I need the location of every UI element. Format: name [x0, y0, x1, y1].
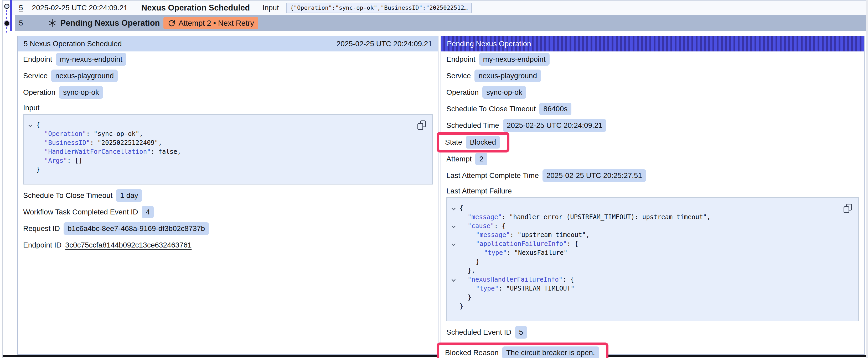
field-row-endpoint-id: Endpoint ID3c0c75ccfa8144b092c13ce632463… [23, 239, 433, 252]
pending-operation-panel: Pending Nexus Operation Endpointmy-nexus… [440, 36, 865, 355]
collapse-chevron-icon[interactable] [452, 278, 456, 282]
field-value: 2025-02-25 UTC 20:25:27.51 [542, 169, 646, 182]
field-value: 5 [515, 326, 527, 338]
timeline-connector [6, 10, 7, 21]
field-value: nexus-playground [51, 70, 118, 82]
field-value: 2025-02-25 UTC 20:24:09.21 [503, 119, 606, 132]
code-line: }, [450, 266, 852, 275]
code-line: "Args": [] [26, 156, 426, 165]
field-label: Request ID [23, 224, 60, 233]
field-row-service: Servicenexus-playground [23, 70, 433, 82]
code-line: "Operation": "sync-op-ok", [26, 129, 426, 138]
code-line: } [450, 293, 852, 302]
field-label: Schedule To Close Timeout [23, 191, 113, 200]
field-label: Endpoint [446, 55, 475, 64]
code-line: "message": "handler error (UPSTREAM_TIME… [450, 213, 852, 222]
field-value: Blocked [466, 136, 500, 149]
pending-operation-header: Pending Nexus Operation [441, 36, 864, 52]
code-line: { [450, 204, 852, 213]
field-label: Scheduled Event ID [446, 328, 512, 336]
code-line: "BusinessID": "20250225122409", [26, 138, 426, 147]
field-value: 4 [142, 206, 154, 218]
field-row-service: Servicenexus-playground [446, 70, 859, 82]
event-row-pending[interactable]: 5 Pending Nexus Operation Attempt 2 • Ne… [15, 15, 866, 31]
panel-title: 5 Nexus Operation Scheduled [24, 40, 122, 48]
timeline-connector [6, 27, 7, 34]
top-border [3, 0, 866, 1]
field-row-scheduled-event-id: Scheduled Event ID5 [446, 326, 859, 338]
field-row-schedule-to-close-timeout: Schedule To Close Timeout1 day [23, 189, 433, 202]
field-label: Attempt [446, 155, 471, 163]
field-value: b1c6a4bc-8ee7-468a-9169-df3b02c8737b [64, 222, 209, 235]
field-value: sync-op-ok [59, 86, 103, 99]
pending-asterisk-icon [48, 19, 56, 27]
code-line: "type": "UPSTREAM_TIMEOUT" [450, 284, 852, 293]
retry-icon [167, 19, 176, 27]
code-line: } [450, 302, 852, 311]
field-label-input: Input [23, 103, 433, 113]
event-detail-header: 5 Nexus Operation Scheduled 2025-02-25 U… [18, 36, 438, 52]
json-viewer-input: {"Operation": "sync-op-ok","BusinessID":… [23, 114, 433, 185]
panel-timestamp: 2025-02-25 UTC 20:24:09.21 [337, 40, 432, 48]
field-row-endpoint: Endpointmy-nexus-endpoint [23, 53, 433, 66]
field-row-operation: Operationsync-op-ok [446, 86, 859, 99]
highlighted-field-row-state: StateBlocked [437, 132, 509, 153]
code-line: } [450, 257, 852, 266]
field-value: my-nexus-endpoint [56, 53, 126, 66]
field-value[interactable]: 3c0c75ccfa8144b092c13ce632463761 [65, 241, 191, 249]
field-row-scheduled-time: Scheduled Time2025-02-25 UTC 20:24:09.21 [446, 119, 859, 132]
code-line: "message": "upstream timeout", [450, 230, 852, 239]
collapse-chevron-icon[interactable] [28, 123, 33, 127]
event-title: Pending Nexus Operation [60, 19, 160, 28]
event-timestamp: 2025-02-25 UTC 20:24:09.21 [32, 4, 128, 12]
timeline-event-dot-filled[interactable] [4, 20, 10, 27]
field-row-endpoint: Endpointmy-nexus-endpoint [446, 53, 859, 66]
code-line: } [26, 165, 426, 174]
code-line: "applicationFailureInfo": { [450, 239, 852, 248]
collapse-chevron-icon[interactable] [452, 242, 456, 246]
highlighted-field-row-blocked-reason: Blocked ReasonThe circuit breaker is ope… [437, 343, 609, 358]
event-title: Nexus Operation Scheduled [141, 3, 250, 12]
field-label: Service [446, 72, 471, 80]
field-row-schedule-to-close-timeout: Schedule To Close Timeout86400s [446, 103, 859, 115]
field-label: Service [23, 72, 48, 80]
event-detail-panel: 5 Nexus Operation Scheduled 2025-02-25 U… [17, 36, 438, 355]
field-value: 2 [475, 153, 487, 165]
field-label: Workflow Task Completed Event ID [23, 208, 138, 216]
event-id-link[interactable]: 5 [19, 19, 23, 27]
collapse-chevron-icon[interactable] [452, 224, 456, 228]
field-label: Operation [23, 88, 56, 97]
timeline-event-dot-open[interactable] [4, 4, 9, 9]
json-viewer-last-attempt-failure: {"message": "handler error (UPSTREAM_TIM… [446, 197, 859, 321]
field-label: Endpoint ID [23, 241, 61, 249]
input-preview-chip[interactable]: {"Operation":"sync-op-ok","BusinessID":"… [286, 3, 472, 13]
code-line: "HandlerWaitForCancellation": false, [26, 147, 426, 156]
field-value: sync-op-ok [482, 86, 526, 99]
field-value: 1 day [116, 189, 142, 202]
field-label: Scheduled Time [446, 121, 499, 130]
panel-title: Pending Nexus Operation [447, 40, 531, 48]
field-row-workflow-task-completed-event-id: Workflow Task Completed Event ID4 [23, 206, 433, 218]
code-line: { [26, 121, 426, 129]
field-row-operation: Operationsync-op-ok [23, 86, 433, 99]
field-value: 86400s [539, 103, 571, 115]
field-row-attempt: Attempt2 [446, 153, 859, 165]
event-id-link[interactable]: 5 [19, 4, 23, 12]
code-line: "cause": { [450, 222, 852, 230]
field-label: Operation [446, 88, 479, 97]
field-value: my-nexus-endpoint [479, 53, 550, 66]
event-row-scheduled[interactable]: 5 2025-02-25 UTC 20:24:09.21 Nexus Opera… [12, 1, 866, 15]
code-line: "type": "NexusFailure" [450, 248, 852, 257]
right-gutter [866, 0, 868, 358]
collapse-chevron-icon[interactable] [452, 206, 456, 210]
field-label: Last Attempt Complete Time [446, 171, 539, 180]
field-label: Endpoint [23, 55, 52, 64]
input-label: Input [262, 4, 279, 12]
field-label: Schedule To Close Timeout [446, 105, 536, 113]
timeline-left-border [2, 0, 3, 358]
field-label-last-attempt-failure: Last Attempt Failure [446, 186, 859, 196]
field-row-request-id: Request IDb1c6a4bc-8ee7-468a-9169-df3b02… [23, 222, 433, 235]
field-label: State [445, 138, 462, 147]
attempt-retry-badge: Attempt 2 • Next Retry [163, 17, 258, 29]
code-line: "nexusHandlerFailureInfo": { [450, 275, 852, 284]
